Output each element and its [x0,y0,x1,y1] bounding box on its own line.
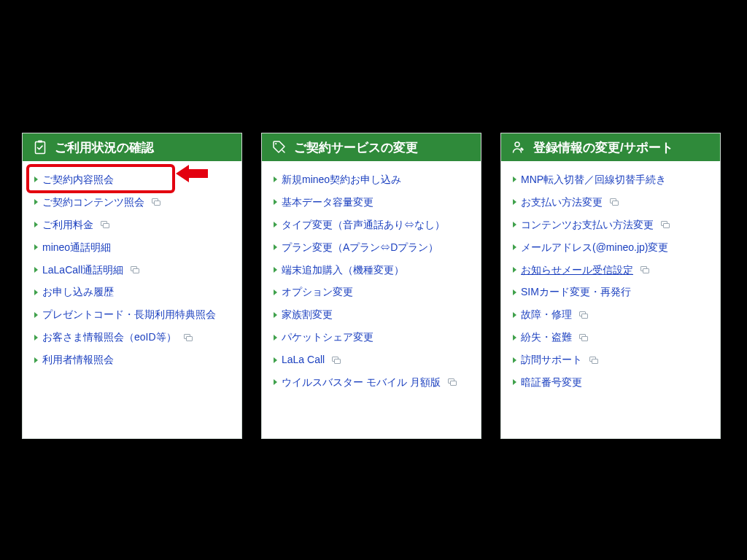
list-item[interactable]: プラン変更（Aプラン⇔Dプラン） [272,236,471,259]
chevron-right-icon [34,267,38,273]
external-link-icon [448,378,457,386]
list-item[interactable]: 訪問サポート [511,349,710,371]
link[interactable]: 基本データ容量変更 [282,195,374,209]
list-item[interactable]: SIMカード変更・再発行 [511,281,710,303]
chevron-right-icon [274,176,277,182]
svg-rect-9 [186,336,192,341]
list-item[interactable]: パケットシェア変更 [272,326,471,349]
panel-service-title: ご契約サービスの変更 [294,139,418,156]
link[interactable]: 暗証番号変更 [521,376,582,389]
svg-rect-22 [643,269,649,273]
link[interactable]: プレゼントコード・長期利用特典照会 [42,308,216,322]
svg-rect-15 [450,381,456,386]
list-item[interactable]: 家族割変更 [272,303,471,326]
link[interactable]: お支払い方法変更 [521,195,603,209]
list-item[interactable]: コンテンツお支払い方法変更 [511,214,710,236]
list-item[interactable]: ウイルスバスター モバイル 月額版 [272,371,471,394]
external-link-icon [579,334,588,341]
chevron-right-icon [274,357,277,363]
list-item[interactable]: ご利用料金 [33,214,231,236]
link[interactable]: 端末追加購入（機種変更） [282,263,404,277]
link[interactable]: 利用者情報照会 [42,353,114,367]
link[interactable]: タイプ変更（音声通話あり⇔なし） [282,218,445,232]
link[interactable]: MNP転入切替／回線切替手続き [521,173,666,187]
panel-service-list: 新規mineo契約お申し込み 基本データ容量変更 タイプ変更（音声通話あり⇔なし… [262,161,481,404]
link[interactable]: ウイルスバスター モバイル 月額版 [282,376,441,389]
svg-rect-7 [133,269,139,273]
list-item[interactable]: 暗証番号変更 [511,371,710,394]
link[interactable]: 家族割変更 [282,308,333,322]
list-item[interactable]: MNP転入切替／回線切替手続き [511,168,710,191]
link[interactable]: SIMカード変更・再発行 [521,285,631,299]
svg-rect-20 [664,224,670,228]
list-item[interactable]: お知らせメール受信設定 [511,259,710,281]
list-item[interactable]: LaLaCall通話明細 [33,259,231,281]
svg-rect-5 [104,224,109,228]
link[interactable]: オプション変更 [282,285,353,299]
list-item[interactable]: お申し込み履歴 [33,281,231,303]
list-item[interactable]: ご契約コンテンツ照会 [33,191,231,214]
chevron-right-icon [34,289,38,295]
panel-usage-header: ご利用状況の確認 [23,133,241,161]
list-item[interactable]: プレゼントコード・長期利用特典照会 [33,303,231,326]
link[interactable]: 故障・修理 [521,308,572,322]
panels-container: ご利用状況の確認 ご契約内容照会 ご契約コンテンツ照会 ご利用料金 mineo通… [22,133,721,439]
external-link-icon [661,221,670,228]
link[interactable]: 紛失・盗難 [521,330,572,344]
chevron-right-icon [513,379,516,385]
link[interactable]: お申し込み履歴 [42,285,114,299]
link[interactable]: お知らせメール受信設定 [521,263,633,277]
chevron-right-icon [513,244,516,250]
svg-rect-26 [582,336,588,341]
link[interactable]: ご契約コンテンツ照会 [42,195,144,209]
external-link-icon [131,266,139,273]
chevron-right-icon [513,267,516,273]
chevron-right-icon [34,312,38,318]
chevron-right-icon [513,335,516,341]
list-item[interactable]: 紛失・盗難 [511,326,710,349]
panel-usage-list: ご契約内容照会 ご契約コンテンツ照会 ご利用料金 mineo通話明細 LaLaC… [23,161,241,381]
link[interactable]: お客さま情報照会（eoID等） [42,330,177,344]
external-link-icon [184,334,193,341]
link[interactable]: メールアドレス(@mineo.jp)変更 [521,241,668,254]
link[interactable]: 新規mineo契約お申し込み [282,173,401,187]
list-item[interactable]: ご契約内容照会 [33,168,231,191]
list-item[interactable]: 新規mineo契約お申し込み [272,168,471,191]
panel-usage: ご利用状況の確認 ご契約内容照会 ご契約コンテンツ照会 ご利用料金 mineo通… [22,133,242,439]
list-item[interactable]: 基本データ容量変更 [272,191,471,214]
external-link-icon [589,357,598,364]
panel-account-title: 登録情報の変更/サポート [533,139,673,156]
link[interactable]: LaLa Call [282,353,325,367]
chevron-right-icon [34,199,38,205]
external-link-icon [101,221,109,228]
link[interactable]: 訪問サポート [521,353,582,367]
list-item[interactable]: 故障・修理 [511,303,710,326]
external-link-icon [610,198,619,206]
list-item[interactable]: LaLa Call [272,349,471,371]
link[interactable]: LaLaCall通話明細 [42,263,123,277]
list-item[interactable]: mineo通話明細 [33,236,231,259]
link[interactable]: プラン変更（Aプラン⇔Dプラン） [282,241,438,254]
chevron-right-icon [274,312,277,318]
list-item[interactable]: タイプ変更（音声通話あり⇔なし） [272,214,471,236]
external-link-icon [579,311,588,319]
svg-rect-18 [613,201,619,206]
link[interactable]: パケットシェア変更 [282,330,374,344]
link[interactable]: ご利用料金 [42,218,93,232]
link[interactable]: コンテンツお支払い方法変更 [521,218,654,232]
link[interactable]: ご契約内容照会 [42,173,114,187]
chevron-right-icon [34,244,38,250]
list-item[interactable]: 端末追加購入（機種変更） [272,259,471,281]
external-link-icon [332,357,341,364]
chevron-right-icon [274,379,277,385]
tag-writing-icon [271,140,288,155]
list-item[interactable]: お客さま情報照会（eoID等） [33,326,231,349]
list-item[interactable]: メールアドレス(@mineo.jp)変更 [511,236,710,259]
list-item[interactable]: お支払い方法変更 [511,191,710,214]
svg-rect-28 [592,359,598,363]
link[interactable]: mineo通話明細 [42,241,111,254]
list-item[interactable]: 利用者情報照会 [33,349,231,371]
chevron-right-icon [513,176,516,182]
svg-point-11 [275,143,276,144]
list-item[interactable]: オプション変更 [272,281,471,303]
